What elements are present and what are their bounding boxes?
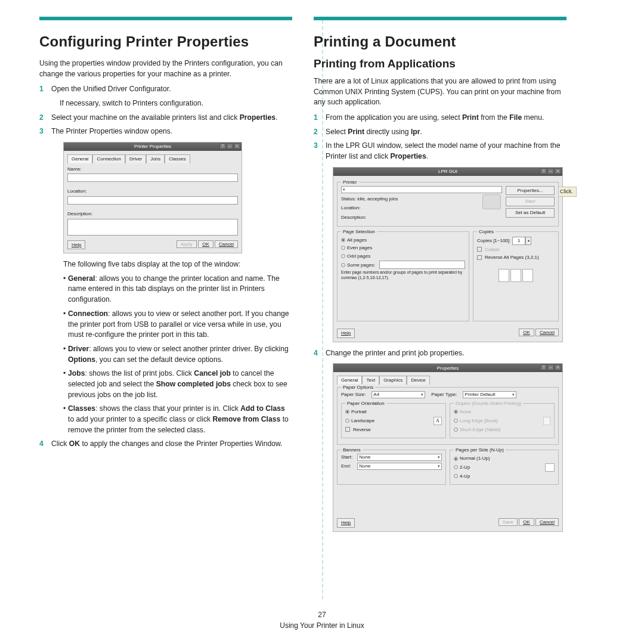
- minimize-icon[interactable]: –: [547, 364, 554, 370]
- step-2: Select your machine on the available pri…: [39, 113, 292, 123]
- figure-properties: Properties ?–× General Text Graphics Dev…: [333, 363, 563, 532]
- click-callout: Click.: [556, 187, 577, 197]
- location-input[interactable]: [67, 196, 238, 205]
- radio-1up[interactable]: [454, 457, 458, 461]
- label-name: Name:: [67, 166, 238, 173]
- help-button[interactable]: Help: [337, 329, 355, 338]
- dialog-title: Printer Properties: [134, 143, 171, 150]
- tab-general[interactable]: General: [67, 154, 92, 163]
- rstep-4: Change the printer and print job propert…: [314, 348, 566, 532]
- reverse-checkbox[interactable]: [477, 255, 482, 260]
- printer-icon: [482, 194, 501, 209]
- help-button[interactable]: Help: [67, 240, 85, 250]
- dialog-title: Properties: [437, 365, 459, 372]
- properties-button[interactable]: Properties...: [506, 186, 555, 196]
- steps-left: Open the Unified Driver Configurator. If…: [39, 84, 292, 450]
- ok-button[interactable]: OK: [519, 518, 534, 526]
- tab-driver[interactable]: Driver: [125, 154, 146, 163]
- printer-select[interactable]: [341, 186, 502, 193]
- cancel-button[interactable]: Cancel: [535, 329, 559, 336]
- nup-preview-icon: [545, 463, 555, 472]
- label-description: Description:: [67, 210, 238, 218]
- radio-all[interactable]: [341, 238, 345, 242]
- figure-printer-properties: Printer Properties ?–× General Connectio…: [63, 142, 242, 253]
- help-icon[interactable]: ?: [219, 143, 226, 149]
- subheading-applications: Printing from Applications: [314, 57, 566, 70]
- page-number: 27: [0, 611, 644, 619]
- paper-type-select[interactable]: Printer Default: [463, 391, 516, 398]
- minimize-icon[interactable]: –: [227, 143, 233, 149]
- tab-jobs[interactable]: Jobs: [146, 154, 165, 163]
- radio-portrait[interactable]: [345, 410, 349, 414]
- cancel-button[interactable]: Cancel: [535, 518, 559, 526]
- close-icon[interactable]: ×: [555, 364, 561, 370]
- rstep-3: In the LPR GUI window, select the model …: [314, 141, 566, 342]
- location-text: Location:: [341, 205, 502, 212]
- orientation-preview-icon: A: [434, 417, 442, 425]
- close-icon[interactable]: ×: [234, 143, 240, 149]
- paper-size-select[interactable]: A4: [371, 391, 425, 398]
- name-input[interactable]: [67, 174, 238, 182]
- step-3: The Printer Properties window opens. Pri…: [39, 126, 292, 435]
- tab-general[interactable]: General: [337, 376, 362, 385]
- help-button[interactable]: Help: [337, 518, 355, 528]
- start-button[interactable]: Start: [506, 197, 555, 206]
- intro-left: Using the properties window provided by …: [39, 58, 292, 79]
- save-button[interactable]: Save: [499, 518, 518, 526]
- tab-row: General Connection Driver Jobs Classes: [67, 154, 238, 163]
- tab-classes[interactable]: Classes: [165, 154, 190, 163]
- radio-4up[interactable]: [454, 474, 458, 478]
- copies-input[interactable]: 1: [512, 237, 525, 245]
- heading-printing: Printing a Document: [314, 33, 566, 50]
- rstep-1: From the application you are using, sele…: [314, 113, 566, 123]
- rstep-2: Select Print directly using lpr.: [314, 127, 566, 138]
- label-location: Location:: [67, 188, 238, 195]
- tab-connection[interactable]: Connection: [92, 154, 125, 163]
- minimize-icon[interactable]: –: [547, 168, 554, 174]
- banner-end-select[interactable]: None: [357, 463, 442, 470]
- steps-right: From the application you are using, sele…: [314, 113, 566, 532]
- apply-button[interactable]: Apply: [177, 240, 197, 248]
- tabs-intro: The following five tabs display at the t…: [63, 259, 292, 270]
- tab-text[interactable]: Text: [362, 376, 379, 385]
- radio-2up[interactable]: [454, 465, 458, 469]
- right-column: Printing a Document Printing from Applic…: [303, 24, 577, 587]
- cancel-button[interactable]: Cancel: [215, 240, 238, 248]
- collate-checkbox[interactable]: [477, 247, 482, 252]
- set-default-button[interactable]: Set as Default: [506, 208, 555, 218]
- ok-button[interactable]: OK: [198, 240, 213, 248]
- figure-lpr-gui: Click. LPR GUI ?–× Printer Status: idle,: [333, 167, 563, 342]
- help-icon[interactable]: ?: [540, 364, 547, 370]
- status-text: Status: idle, accepting jobs: [341, 196, 502, 203]
- page-footer: 27 Using Your Printer in Linux: [0, 611, 644, 630]
- description-text: Description:: [341, 214, 502, 221]
- ok-button[interactable]: OK: [519, 329, 534, 336]
- page-preview-icon: [510, 269, 521, 282]
- left-column: Configuring Printer Properties Using the…: [29, 24, 303, 587]
- heading-configuring: Configuring Printer Properties: [39, 33, 292, 50]
- tab-device[interactable]: Device: [407, 376, 429, 385]
- tabs-bullets: General: allows you to change the printe…: [63, 274, 292, 436]
- some-pages-input[interactable]: [379, 261, 465, 269]
- reverse-checkbox[interactable]: [345, 427, 350, 432]
- help-icon[interactable]: ?: [540, 168, 547, 174]
- banner-start-select[interactable]: None: [357, 454, 442, 461]
- dialog-title: LPR GUI: [438, 168, 457, 175]
- page-preview-icon: [522, 269, 533, 282]
- step-4: Click OK to apply the changes and close …: [39, 439, 292, 450]
- teal-rule: [314, 17, 566, 20]
- radio-odd[interactable]: [341, 254, 345, 258]
- radio-even[interactable]: [341, 246, 345, 250]
- description-input[interactable]: [67, 219, 238, 236]
- spin-arrows-icon[interactable]: ▴: [525, 237, 531, 245]
- page-preview-icon: [499, 269, 509, 282]
- footer-title: Using Your Printer in Linux: [0, 621, 644, 630]
- close-icon[interactable]: ×: [555, 168, 561, 174]
- teal-rule: [39, 17, 292, 20]
- radio-landscape[interactable]: [345, 419, 349, 423]
- duplex-preview-icon: [543, 417, 550, 425]
- tab-graphics[interactable]: Graphics: [379, 376, 407, 385]
- step-1-sub: If necessary, switch to Printers configu…: [60, 98, 292, 109]
- radio-some[interactable]: [341, 263, 345, 267]
- pages-note: Enter page numbers and/or groups of page…: [341, 270, 465, 280]
